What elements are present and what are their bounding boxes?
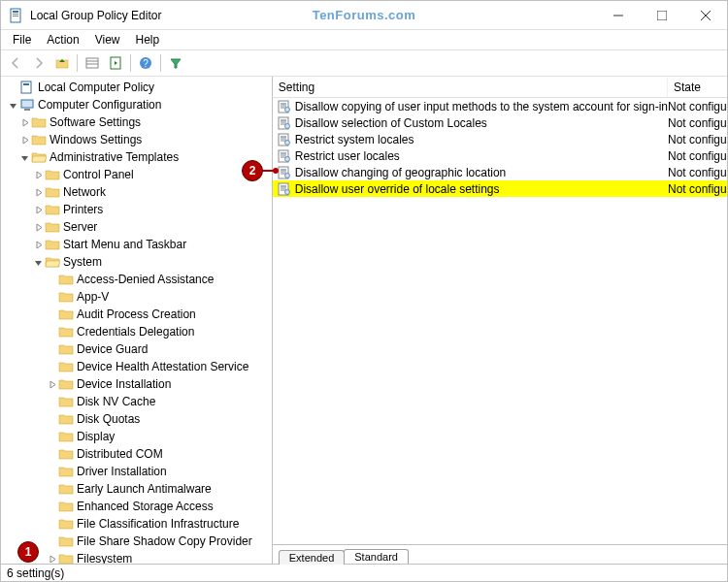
setting-row[interactable]: Disallow selection of Custom LocalesNot …	[273, 114, 728, 131]
tab-standard[interactable]: Standard	[344, 549, 409, 564]
twisty-icon[interactable]	[46, 483, 57, 495]
twisty-icon[interactable]	[46, 518, 57, 530]
tree-node[interactable]: Credentials Delegation	[3, 323, 272, 340]
tree-node[interactable]: Device Guard	[3, 340, 272, 358]
window-controls	[596, 1, 727, 30]
tree-node[interactable]: Administrative Templates	[3, 148, 272, 166]
maximize-button[interactable]	[640, 1, 683, 30]
twisty-icon[interactable]	[46, 361, 57, 372]
folder-icon	[58, 290, 74, 304]
twisty-icon[interactable]	[46, 535, 57, 547]
svg-text:?: ?	[143, 58, 149, 69]
svg-rect-18	[24, 109, 30, 111]
forward-button[interactable]	[28, 52, 50, 74]
column-setting[interactable]: Setting	[273, 78, 668, 97]
policy-tree[interactable]: Local Computer PolicyComputer Configurat…	[1, 77, 272, 564]
tree-node[interactable]: Server	[3, 218, 272, 236]
twisty-icon[interactable]	[7, 99, 18, 111]
setting-row[interactable]: Disallow user override of locale setting…	[273, 180, 728, 197]
tree-node[interactable]: File Share Shadow Copy Provider	[3, 533, 272, 550]
tree-node[interactable]: Computer Configuration	[3, 96, 272, 113]
tree-node[interactable]: Driver Installation	[3, 463, 272, 480]
tree-node[interactable]: App-V	[3, 288, 272, 306]
tree-node[interactable]: Access-Denied Assistance	[3, 271, 272, 288]
svg-point-23	[284, 107, 289, 112]
tree-label: Display	[77, 428, 115, 445]
show-hide-tree-button[interactable]	[82, 52, 103, 74]
tree-node[interactable]: Start Menu and Taskbar	[3, 236, 272, 253]
tree-node[interactable]: Local Computer Policy	[3, 79, 272, 96]
tree-node[interactable]: Windows Settings	[3, 131, 272, 148]
tree-node[interactable]: Distributed COM	[3, 445, 272, 463]
setting-row[interactable]: Disallow changing of geographic location…	[273, 164, 728, 180]
tree-label: Distributed COM	[77, 445, 163, 463]
help-button[interactable]: ?	[135, 52, 156, 74]
tree-node[interactable]: Disk NV Cache	[3, 393, 272, 410]
setting-icon	[277, 100, 292, 113]
setting-state: Not configured	[668, 116, 728, 130]
tree-node[interactable]: File Classification Infrastructure	[3, 515, 272, 533]
twisty-icon[interactable]	[46, 326, 57, 338]
tree-node[interactable]: Filesystem	[3, 550, 272, 564]
back-button[interactable]	[5, 52, 26, 74]
tree-node[interactable]: Audit Process Creation	[3, 306, 272, 323]
tree-node[interactable]: Control Panel	[3, 166, 272, 183]
tree-label: Access-Denied Assistance	[77, 271, 214, 288]
setting-state: Not configured	[668, 182, 728, 196]
tree-node[interactable]: Software Settings	[3, 113, 272, 131]
twisty-icon[interactable]	[46, 431, 57, 442]
tree-node[interactable]: Early Launch Antimalware	[3, 480, 272, 498]
twisty-icon[interactable]	[18, 151, 30, 163]
twisty-icon[interactable]	[32, 186, 44, 198]
svg-point-33	[284, 140, 289, 145]
menu-help[interactable]: Help	[128, 31, 168, 48]
filter-button[interactable]	[165, 52, 186, 74]
twisty-icon[interactable]	[46, 308, 57, 320]
twisty-icon[interactable]	[46, 501, 57, 512]
twisty-icon[interactable]	[32, 169, 44, 180]
settings-list[interactable]: Disallow copying of user input methods t…	[273, 98, 728, 544]
twisty-icon[interactable]	[18, 134, 30, 146]
tree-node[interactable]: System	[3, 253, 272, 271]
tree-node[interactable]: Enhanced Storage Access	[3, 498, 272, 515]
svg-rect-3	[13, 16, 18, 16]
refresh-button[interactable]	[105, 52, 126, 74]
column-state[interactable]: State	[668, 78, 728, 97]
twisty-icon[interactable]	[18, 116, 30, 128]
twisty-icon[interactable]	[7, 81, 18, 93]
twisty-icon[interactable]	[46, 291, 57, 303]
setting-row[interactable]: Disallow copying of user input methods t…	[273, 98, 728, 114]
twisty-icon[interactable]	[46, 274, 57, 285]
twisty-icon[interactable]	[46, 553, 57, 564]
twisty-icon[interactable]	[32, 204, 44, 215]
twisty-icon[interactable]	[46, 448, 57, 460]
tree-node[interactable]: Printers	[3, 201, 272, 218]
tree-label: Credentials Delegation	[77, 323, 194, 340]
minimize-button[interactable]	[596, 1, 640, 30]
tab-extended[interactable]: Extended	[279, 550, 345, 565]
tree-node[interactable]: Device Installation	[3, 375, 272, 393]
up-button[interactable]	[51, 52, 73, 74]
tree-node[interactable]: Network	[3, 183, 272, 201]
twisty-icon[interactable]	[32, 221, 44, 233]
twisty-icon[interactable]	[46, 343, 57, 355]
setting-row[interactable]: Restrict system localesNot configuredNo	[273, 131, 728, 147]
folder-icon	[45, 185, 60, 199]
twisty-icon[interactable]	[32, 239, 44, 250]
toolbar: ?	[1, 49, 727, 77]
menu-view[interactable]: View	[87, 31, 128, 48]
twisty-icon[interactable]	[46, 413, 57, 425]
tree-node[interactable]: Display	[3, 428, 272, 445]
tree-node[interactable]: Device Health Attestation Service	[3, 358, 272, 375]
folder-icon	[19, 98, 35, 112]
twisty-icon[interactable]	[46, 396, 57, 407]
twisty-icon[interactable]	[46, 466, 57, 477]
twisty-icon[interactable]	[32, 256, 44, 268]
tree-node[interactable]: Disk Quotas	[3, 410, 272, 428]
setting-row[interactable]: Restrict user localesNot configuredNo	[273, 147, 728, 164]
close-button[interactable]	[683, 1, 727, 30]
twisty-icon[interactable]	[46, 378, 57, 390]
titlebar: Local Group Policy Editor TenForums.com	[1, 1, 727, 30]
menu-action[interactable]: Action	[39, 31, 86, 48]
menu-file[interactable]: File	[5, 31, 39, 48]
